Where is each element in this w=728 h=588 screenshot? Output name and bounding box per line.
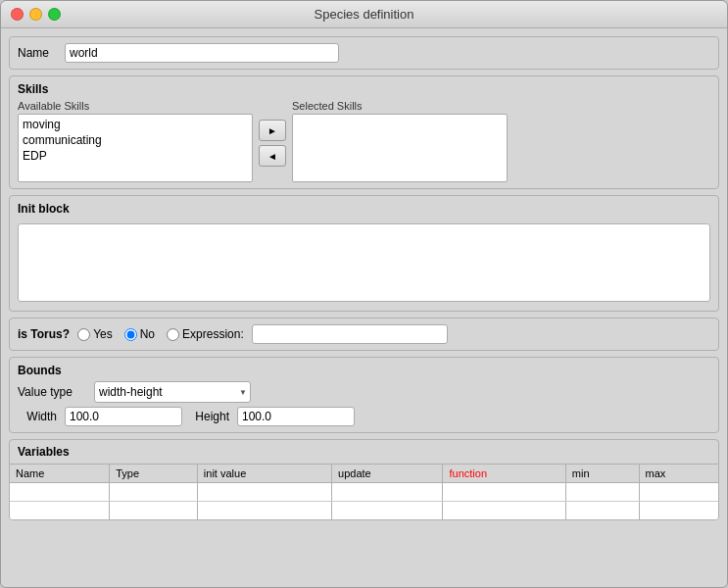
cell xyxy=(110,483,198,502)
cell xyxy=(443,502,565,520)
torus-radio-group: Yes No Expression: xyxy=(77,327,244,341)
content-area: Name Skills Available Skills moving comm… xyxy=(1,28,727,587)
init-block-textarea[interactable] xyxy=(18,223,710,302)
variables-header-row: Name Type init value update function min… xyxy=(10,465,718,483)
height-label: Height xyxy=(190,410,229,423)
init-block-title: Init block xyxy=(18,202,710,216)
torus-section: is Torus? Yes No Expression: xyxy=(9,318,719,351)
torus-expression-label: Expression: xyxy=(182,327,244,341)
cell xyxy=(565,502,639,520)
list-item[interactable]: moving xyxy=(21,117,250,132)
col-max: max xyxy=(639,465,718,483)
variables-section: Variables Name Type init value update fu… xyxy=(9,439,719,520)
skills-row: Available Skills moving communicating ED… xyxy=(18,100,710,182)
title-bar: Species definition xyxy=(1,1,727,28)
list-item[interactable]: communicating xyxy=(21,132,250,148)
main-window: Species definition Name Skills Available… xyxy=(0,0,728,588)
name-section: Name xyxy=(9,36,719,70)
col-update: update xyxy=(332,465,443,483)
selected-skills-col: Selected Skills xyxy=(292,100,508,182)
value-type-row: Value type width-height x-y custom xyxy=(18,381,710,403)
selected-skills-list[interactable] xyxy=(292,114,508,182)
torus-yes-radio[interactable] xyxy=(77,328,90,341)
cell xyxy=(639,502,718,520)
col-name: Name xyxy=(10,465,110,483)
cell xyxy=(110,502,198,520)
variables-title: Variables xyxy=(10,440,718,465)
torus-no-radio[interactable] xyxy=(124,328,137,341)
cell xyxy=(443,483,565,502)
cell xyxy=(565,483,639,502)
col-type: Type xyxy=(110,465,198,483)
variables-table: Name Type init value update function min… xyxy=(10,465,718,519)
bounds-fields: Width Height xyxy=(18,407,710,426)
minimize-button[interactable] xyxy=(29,8,42,21)
width-label: Width xyxy=(18,410,57,423)
window-controls xyxy=(11,8,61,21)
close-button[interactable] xyxy=(11,8,24,21)
col-init-value: init value xyxy=(197,465,331,483)
add-skill-button[interactable]: ► xyxy=(259,120,286,141)
available-skills-label: Available Skills xyxy=(18,100,253,112)
value-type-select[interactable]: width-height x-y custom xyxy=(94,381,251,403)
skills-title: Skills xyxy=(18,82,710,96)
available-skills-col: Available Skills moving communicating ED… xyxy=(18,100,253,182)
cell xyxy=(10,483,110,502)
maximize-button[interactable] xyxy=(48,8,61,21)
height-input[interactable] xyxy=(237,407,355,426)
skills-arrows: ► ◄ xyxy=(259,120,286,167)
bounds-section: Bounds Value type width-height x-y custo… xyxy=(9,357,719,433)
available-skills-list[interactable]: moving communicating EDP xyxy=(18,114,253,182)
cell xyxy=(10,502,110,520)
window-title: Species definition xyxy=(315,7,414,22)
remove-skill-button[interactable]: ◄ xyxy=(259,145,286,167)
name-label: Name xyxy=(18,46,57,60)
torus-label: is Torus? xyxy=(18,327,70,341)
torus-yes-option[interactable]: Yes xyxy=(77,327,113,341)
init-block-section: Init block xyxy=(9,195,719,312)
bounds-title: Bounds xyxy=(18,364,710,377)
list-item[interactable]: EDP xyxy=(21,148,250,164)
torus-yes-label: Yes xyxy=(93,327,113,341)
cell xyxy=(639,483,718,502)
value-type-select-wrapper: width-height x-y custom xyxy=(94,381,251,403)
value-type-label: Value type xyxy=(18,385,86,399)
selected-skills-label: Selected Skills xyxy=(292,100,508,112)
expression-input[interactable] xyxy=(252,324,448,344)
cell xyxy=(197,502,331,520)
width-input[interactable] xyxy=(65,407,182,426)
torus-expression-option[interactable]: Expression: xyxy=(167,327,244,341)
cell xyxy=(197,483,331,502)
name-input[interactable] xyxy=(65,43,339,63)
table-row xyxy=(10,483,718,502)
col-function: function xyxy=(443,465,565,483)
skills-section: Skills Available Skills moving communica… xyxy=(9,75,719,189)
torus-expression-radio[interactable] xyxy=(167,328,179,341)
table-row xyxy=(10,502,718,520)
torus-no-label: No xyxy=(140,327,155,341)
torus-no-option[interactable]: No xyxy=(124,327,155,341)
cell xyxy=(332,502,443,520)
cell xyxy=(332,483,443,502)
col-min: min xyxy=(565,465,639,483)
